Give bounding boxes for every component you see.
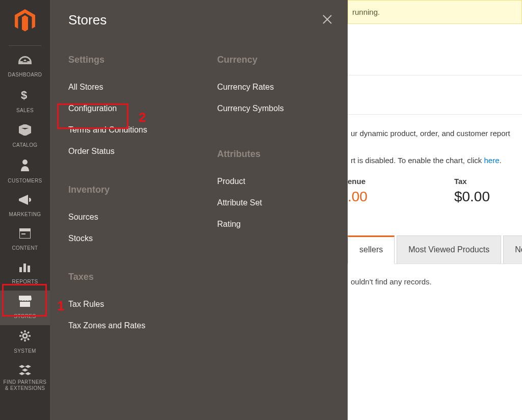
close-icon[interactable] <box>322 14 332 27</box>
dashboard-tabs: sellers Most Viewed Products New <box>348 235 522 264</box>
flyout-heading-taxes: Taxes <box>68 272 199 282</box>
sidebar-item-marketing[interactable]: MARKETING <box>0 190 50 223</box>
flyout-link-stocks[interactable]: Stocks <box>68 228 199 249</box>
svg-rect-7 <box>28 266 30 272</box>
sidebar-label: CONTENT <box>12 245 38 251</box>
chart-enable-link[interactable]: here <box>484 156 500 165</box>
flyout-heading-settings: Settings <box>68 55 199 65</box>
flyout-link-order-status[interactable]: Order Status <box>68 141 199 162</box>
svg-rect-4 <box>21 233 25 234</box>
sidebar-label: MARKETING <box>9 212 41 217</box>
sidebar-label: SYSTEM <box>14 348 36 354</box>
flyout-link-tax-zones[interactable]: Tax Zones and Rates <box>68 315 199 336</box>
stat-label: Tax <box>454 177 490 186</box>
empty-records-message: ouldn't find any records. <box>348 264 522 286</box>
stat-revenue: enue .00 <box>348 177 368 205</box>
megaphone-icon <box>0 195 50 207</box>
sidebar-label: CATALOG <box>12 142 37 148</box>
box-icon <box>0 124 50 138</box>
report-intro-text: ur dynamic product, order, and customer … <box>348 115 522 153</box>
sidebar-label: FIND PARTNERS & EXTENSIONS <box>0 379 50 391</box>
layout-icon <box>0 228 50 241</box>
flyout-col-left: Settings All Stores Configuration Terms … <box>50 38 199 359</box>
page-content: running. ur dynamic product, order, and … <box>348 0 522 420</box>
flyout-heading-attributes: Attributes <box>217 149 348 160</box>
svg-line-15 <box>28 332 29 333</box>
system-message-banner: running. <box>348 0 522 24</box>
stat-label: enue <box>348 177 368 186</box>
tab-bestsellers[interactable]: sellers <box>348 235 395 264</box>
sidebar-item-dashboard[interactable]: DASHBOARD <box>0 51 50 84</box>
chart-msg-suffix: . <box>500 156 502 165</box>
sidebar-label: REPORTS <box>12 279 38 284</box>
sidebar-item-system[interactable]: SYSTEM <box>0 325 50 360</box>
sidebar-item-sales[interactable]: $ SALES <box>0 84 50 119</box>
svg-point-8 <box>23 334 27 338</box>
banner-text: running. <box>352 8 380 16</box>
sidebar-label: SALES <box>16 108 34 113</box>
flyout-link-sources[interactable]: Sources <box>68 206 199 228</box>
gauge-icon <box>0 56 50 67</box>
svg-point-1 <box>22 160 28 165</box>
svg-rect-6 <box>23 264 26 272</box>
sidebar-item-reports[interactable]: REPORTS <box>0 257 50 291</box>
dollar-icon: $ <box>0 89 50 103</box>
flyout-link-currency-symbols[interactable]: Currency Symbols <box>217 98 348 119</box>
sidebar-label: DASHBOARD <box>8 72 42 77</box>
sidebar-label: STORES <box>14 313 36 319</box>
person-icon <box>0 159 50 173</box>
sidebar-item-customers[interactable]: CUSTOMERS <box>0 154 50 190</box>
chart-msg-text: rt is disabled. To enable the chart, cli… <box>351 156 484 165</box>
flyout-body: Settings All Stores Configuration Terms … <box>50 38 348 359</box>
flyout-title: Stores <box>68 12 107 28</box>
totals-row: enue .00 Tax $0.00 <box>348 171 522 218</box>
sidebar-item-catalog[interactable]: CATALOG <box>0 119 50 154</box>
flyout-link-attribute-set[interactable]: Attribute Set <box>217 192 348 214</box>
flyout-link-configuration[interactable]: Configuration <box>68 98 199 119</box>
stat-value: $0.00 <box>454 189 490 205</box>
sidebar-item-partners[interactable]: FIND PARTNERS & EXTENSIONS <box>0 360 50 397</box>
flyout-link-all-stores[interactable]: All Stores <box>68 76 199 98</box>
flyout-link-terms[interactable]: Terms and Conditions <box>68 119 199 141</box>
stat-tax: Tax $0.00 <box>454 177 490 205</box>
svg-line-13 <box>21 332 22 333</box>
svg-rect-5 <box>19 267 22 272</box>
flyout-link-rating[interactable]: Rating <box>217 214 348 235</box>
tab-new[interactable]: New <box>503 235 522 264</box>
sidebar-label: CUSTOMERS <box>8 178 42 183</box>
blocks-icon <box>0 365 50 377</box>
chart-disabled-message: rt is disabled. To enable the chart, cli… <box>348 153 522 171</box>
sidebar-divider <box>9 45 41 46</box>
flyout-heading-currency: Currency <box>217 55 348 65</box>
sidebar-item-stores[interactable]: STORES <box>0 291 50 325</box>
gear-icon <box>0 330 50 344</box>
svg-text:$: $ <box>21 89 27 101</box>
stores-flyout-panel: Stores Settings All Stores Configuration… <box>50 0 348 420</box>
flyout-header: Stores <box>50 12 348 38</box>
flyout-link-product[interactable]: Product <box>217 171 348 192</box>
svg-line-16 <box>21 338 22 340</box>
sidebar-item-content[interactable]: CONTENT <box>0 223 50 257</box>
bars-icon <box>0 262 50 274</box>
admin-sidebar: DASHBOARD $ SALES CATALOG CUSTOMERS MARK… <box>0 0 50 420</box>
stat-value: .00 <box>348 189 368 205</box>
storefront-icon <box>0 296 50 309</box>
magento-logo-icon[interactable] <box>15 9 35 35</box>
svg-rect-3 <box>19 228 31 231</box>
flyout-col-right: Currency Currency Rates Currency Symbols… <box>199 38 348 359</box>
svg-line-14 <box>28 338 29 340</box>
flyout-link-tax-rules[interactable]: Tax Rules <box>68 294 199 315</box>
flyout-link-currency-rates[interactable]: Currency Rates <box>217 76 348 98</box>
flyout-heading-inventory: Inventory <box>68 185 199 195</box>
tab-most-viewed[interactable]: Most Viewed Products <box>397 235 501 264</box>
